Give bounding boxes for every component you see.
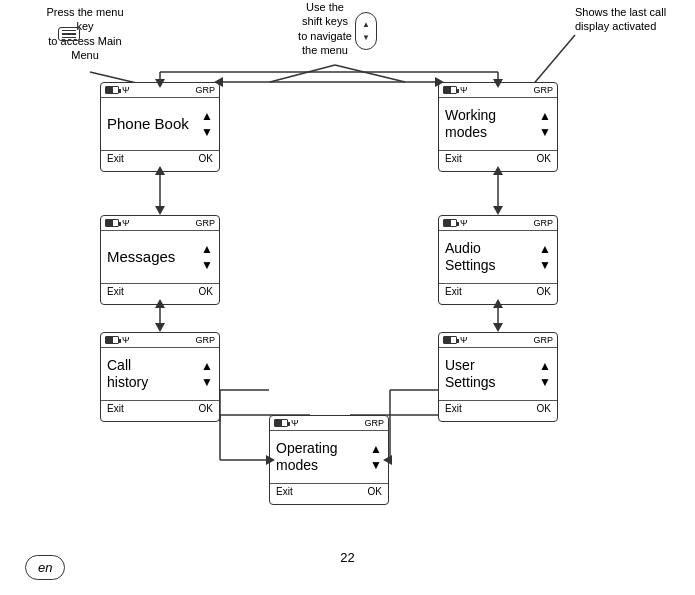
user-settings-bottom: Exit OK [439, 400, 557, 416]
page-number: 22 [340, 550, 354, 565]
audio-settings-bottom: Exit OK [439, 283, 557, 299]
operating-modes-ok: OK [368, 486, 382, 497]
press-menu-annotation: Press the menu key to access Main Menu [30, 5, 140, 62]
phone-book-top-bar: Ψ GRP [101, 83, 219, 98]
working-modes-widget: Ψ GRP Working modes ▲ ▼ Exit OK [438, 82, 558, 172]
audio-settings-grp: GRP [533, 218, 553, 228]
messages-widget: Ψ GRP Messages ▲ ▼ Exit OK [100, 215, 220, 305]
working-modes-exit: Exit [445, 153, 462, 164]
audio-settings-label: Audio Settings [445, 240, 496, 274]
user-settings-widget: Ψ GRP User Settings ▲ ▼ Exit OK [438, 332, 558, 422]
phone-book-label: Phone Book [107, 115, 189, 133]
shift-key-icon: ▲ ▼ [355, 12, 377, 50]
user-settings-content: User Settings ▲ ▼ [439, 348, 557, 400]
svg-marker-5 [155, 206, 165, 215]
working-modes-grp: GRP [533, 85, 553, 95]
operating-modes-grp: GRP [364, 418, 384, 428]
call-history-content: Call history ▲ ▼ [101, 348, 219, 400]
messages-exit: Exit [107, 286, 124, 297]
working-modes-top-bar: Ψ GRP [439, 83, 557, 98]
call-history-widget: Ψ GRP Call history ▲ ▼ Exit OK [100, 332, 220, 422]
messages-bottom: Exit OK [101, 283, 219, 299]
working-modes-bottom: Exit OK [439, 150, 557, 166]
operating-modes-label: Operating modes [276, 440, 337, 474]
call-history-exit: Exit [107, 403, 124, 414]
svg-marker-8 [155, 323, 165, 332]
call-history-grp: GRP [195, 335, 215, 345]
audio-settings-widget: Ψ GRP Audio Settings ▲ ▼ Exit OK [438, 215, 558, 305]
audio-settings-ok: OK [537, 286, 551, 297]
audio-settings-exit: Exit [445, 286, 462, 297]
operating-modes-exit: Exit [276, 486, 293, 497]
call-history-ok: OK [199, 403, 213, 414]
working-modes-ok: OK [537, 153, 551, 164]
user-settings-exit: Exit [445, 403, 462, 414]
phone-book-exit: Exit [107, 153, 124, 164]
phone-book-bottom: Exit OK [101, 150, 219, 166]
messages-top-bar: Ψ GRP [101, 216, 219, 231]
user-settings-nav: ▲ ▼ [539, 359, 551, 389]
svg-line-2 [270, 65, 335, 82]
phone-book-widget: Ψ GRP Phone Book ▲ ▼ Exit OK [100, 82, 220, 172]
messages-content: Messages ▲ ▼ [101, 231, 219, 283]
operating-modes-top-bar: Ψ GRP [270, 416, 388, 431]
phone-book-nav: ▲ ▼ [201, 109, 213, 139]
operating-modes-nav: ▲ ▼ [370, 442, 382, 472]
phone-book-content: Phone Book ▲ ▼ [101, 98, 219, 150]
messages-ok: OK [199, 286, 213, 297]
svg-marker-14 [493, 323, 503, 332]
svg-line-3 [335, 65, 405, 82]
user-settings-ok: OK [537, 403, 551, 414]
working-modes-content: Working modes ▲ ▼ [439, 98, 557, 150]
working-modes-nav: ▲ ▼ [539, 109, 551, 139]
user-settings-grp: GRP [533, 335, 553, 345]
messages-nav: ▲ ▼ [201, 242, 213, 272]
language-badge: en [25, 555, 65, 580]
messages-grp: GRP [195, 218, 215, 228]
phone-book-grp: GRP [195, 85, 215, 95]
call-history-bottom: Exit OK [101, 400, 219, 416]
call-history-label: Call history [107, 357, 148, 391]
messages-label: Messages [107, 248, 175, 266]
call-history-top-bar: Ψ GRP [101, 333, 219, 348]
operating-modes-content: Operating modes ▲ ▼ [270, 431, 388, 483]
phone-book-ok: OK [199, 153, 213, 164]
user-settings-label: User Settings [445, 357, 496, 391]
audio-settings-content: Audio Settings ▲ ▼ [439, 231, 557, 283]
audio-settings-top-bar: Ψ GRP [439, 216, 557, 231]
operating-modes-bottom: Exit OK [270, 483, 388, 499]
user-settings-top-bar: Ψ GRP [439, 333, 557, 348]
call-history-nav: ▲ ▼ [201, 359, 213, 389]
menu-key-icon [58, 27, 80, 41]
working-modes-label: Working modes [445, 107, 496, 141]
operating-modes-widget: Ψ GRP Operating modes ▲ ▼ Exit OK [269, 415, 389, 505]
svg-marker-11 [493, 206, 503, 215]
audio-settings-nav: ▲ ▼ [539, 242, 551, 272]
shows-last-call-annotation: Shows the last call display activated [575, 5, 685, 34]
